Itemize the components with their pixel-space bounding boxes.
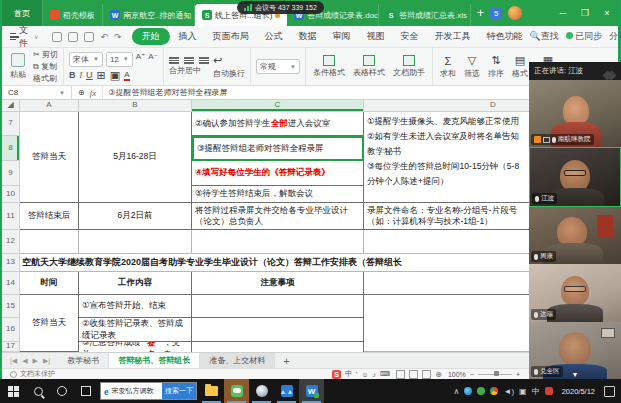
cell-a14-header-time[interactable]: 时间 xyxy=(20,272,79,295)
file-menu[interactable]: 文件 ∨ xyxy=(2,24,46,50)
share-button[interactable]: 分享 xyxy=(609,30,621,43)
row-header-15[interactable]: 15 xyxy=(2,295,20,318)
underline-button[interactable]: U xyxy=(86,70,93,80)
wechat-button[interactable] xyxy=(224,379,249,403)
ribbon-tab-insert[interactable]: 插入 xyxy=(172,28,204,45)
ime-mic-icon[interactable]: ♪ xyxy=(373,371,377,378)
align-center-button[interactable] xyxy=(184,57,194,64)
cell-d14[interactable] xyxy=(364,272,530,295)
file-explorer-button[interactable] xyxy=(199,379,224,403)
fill-color-button[interactable]: ▣ xyxy=(110,69,120,82)
new-tab-button[interactable]: + xyxy=(471,6,490,20)
video-tile-5[interactable]: 兑全区 ▼ xyxy=(529,322,621,379)
cell-d15[interactable] xyxy=(364,295,530,352)
cell-b16[interactable]: ②收集答辩记录表、答辩成绩记录表 xyxy=(79,318,192,342)
sogou-icon[interactable]: S xyxy=(332,370,341,379)
sync-status[interactable]: 已同步 xyxy=(566,30,603,43)
doc-tab-summary-xls[interactable]: S 答辩成绩汇总表.xls xyxy=(379,4,471,26)
name-box[interactable]: C8 ▼ xyxy=(2,86,72,99)
cell-a12[interactable] xyxy=(20,230,79,254)
cell-d7-merged[interactable]: ①提醒学生摄像头、麦克风能够正常使用 ②如有学生未进入会议室及时将名单告知教学秘… xyxy=(364,112,530,203)
cell-b14-header-work[interactable]: 工作内容 xyxy=(79,272,192,295)
align-right-button[interactable] xyxy=(199,57,209,64)
zoom-in-button[interactable]: + xyxy=(516,371,520,378)
ribbon-tab-home[interactable]: 开始 xyxy=(132,28,170,45)
zoom-level[interactable]: 100% xyxy=(448,371,466,378)
cell-c16[interactable] xyxy=(192,318,364,342)
doc-tab-home[interactable]: 首页 xyxy=(2,0,43,26)
tray-green-app-icon[interactable] xyxy=(477,387,485,395)
font-shrink-button[interactable]: A⁻ xyxy=(148,52,158,67)
conditional-format-button[interactable]: 条件格式 xyxy=(311,55,347,78)
merge-center-button[interactable]: 合并居中 xyxy=(169,65,209,76)
zoom-out-button[interactable]: − xyxy=(470,371,474,378)
font-color-button[interactable]: A xyxy=(124,70,129,81)
ribbon-tab-review[interactable]: 审阅 xyxy=(326,28,358,45)
ime-mode[interactable]: 中 xyxy=(345,369,352,379)
ribbon-tab-data[interactable]: 数据 xyxy=(292,28,324,45)
format-painter-button[interactable]: 格式刷 xyxy=(33,73,58,84)
font-name-select[interactable]: 宋体▼ xyxy=(69,52,103,67)
undo-icon[interactable]: ↶ xyxy=(100,32,108,42)
cell-c14-header-notes[interactable]: 注意事项 xyxy=(192,272,364,295)
ribbon-tab-view[interactable]: 视图 xyxy=(360,28,392,45)
add-sheet-button[interactable]: + xyxy=(275,353,297,368)
next-sheet-button[interactable]: ▶ xyxy=(33,357,38,365)
search-go-button[interactable]: 搜索一下 xyxy=(162,383,196,399)
cell-c11[interactable]: 将答辩过程录屏文件交给各专业毕业设计（论文）总负责人 xyxy=(192,203,364,230)
preview-icon[interactable] xyxy=(84,32,94,42)
cell-c9[interactable]: ④填写好每位学生的《答辩记录表》 xyxy=(192,161,364,186)
task-view-button[interactable] xyxy=(74,379,98,403)
user-avatar[interactable] xyxy=(508,6,522,20)
wrap-text-button[interactable]: 自动换行 xyxy=(213,68,245,79)
col-header-c[interactable]: C xyxy=(192,100,364,112)
ribbon-tab-security[interactable]: 安全 xyxy=(394,28,426,45)
row-header-14[interactable]: 14 xyxy=(2,272,20,295)
col-header-a[interactable]: A xyxy=(20,100,79,112)
scroll-more-icon[interactable]: ▼ xyxy=(572,371,579,378)
font-grow-button[interactable]: A⁺ xyxy=(136,52,146,67)
restore-button[interactable]: ❐ xyxy=(574,0,596,26)
borders-button[interactable]: ⊞ xyxy=(97,69,106,82)
find-button[interactable]: 🔍查找 xyxy=(530,30,559,43)
doc-assistant-button[interactable]: 文档助手 xyxy=(391,55,427,78)
wps-app-button[interactable]: W xyxy=(299,379,324,403)
table-style-button[interactable]: 表格样式 xyxy=(351,55,387,78)
network-icon[interactable]: ▣ xyxy=(519,387,527,396)
taskbar-news-search[interactable]: e 宋爱弘方调敦 搜索一下 xyxy=(100,382,197,400)
font-size-select[interactable]: 12▼ xyxy=(106,52,133,67)
row-header-17[interactable]: 17 xyxy=(2,342,20,352)
save-icon[interactable] xyxy=(52,32,62,42)
row-header-16[interactable]: 16 xyxy=(2,318,20,342)
volume-icon[interactable]: ◄) xyxy=(503,387,514,396)
ime-indicator[interactable]: 中 xyxy=(532,386,540,397)
zoom-slider[interactable] xyxy=(478,374,512,375)
last-sheet-button[interactable]: ▶| xyxy=(43,357,50,365)
cell-c15[interactable] xyxy=(192,295,364,318)
redo-icon[interactable]: ↷ xyxy=(114,32,122,42)
video-tile-4[interactable]: 达瑞 xyxy=(529,264,621,322)
number-format-select[interactable]: 常规▼ xyxy=(256,59,300,74)
tray-chrome-icon[interactable] xyxy=(490,387,498,395)
video-tile-speaker[interactable]: 江波 xyxy=(529,147,621,207)
tab-count-badge[interactable]: 5 xyxy=(490,8,502,19)
ime-keyboard-icon[interactable]: ⌨ xyxy=(380,370,390,378)
cell-d11[interactable]: 录屏文件命名：专业名称-分组号-片段号（如：计算机科学与技术-1组-1） xyxy=(364,203,530,230)
tray-sogou-icon[interactable] xyxy=(545,387,553,395)
sort-button[interactable]: ⇅ 排序 xyxy=(486,54,506,79)
ribbon-tab-devtools[interactable]: 开发工具 xyxy=(428,28,478,45)
cell-b12[interactable] xyxy=(79,230,192,254)
ime-emoji-icon[interactable]: ☺ xyxy=(361,371,368,378)
ribbon-tab-pagelayout[interactable]: 页面布局 xyxy=(206,28,256,45)
row-header-12[interactable]: 12 xyxy=(2,230,20,254)
tray-expand-chevron[interactable]: ∧ xyxy=(454,387,460,396)
video-tile-host[interactable]: 南航继教院 xyxy=(529,80,621,147)
row-header-7[interactable]: 7 xyxy=(2,112,20,136)
row-header-10[interactable]: 10 xyxy=(2,186,20,203)
insert-function-icon[interactable]: ⊕ xyxy=(78,88,85,97)
select-all-corner[interactable]: ◢ xyxy=(2,100,20,112)
cell-a15-merged[interactable]: 答辩当天 xyxy=(20,295,79,352)
fx-icon[interactable]: fx xyxy=(90,88,97,98)
sum-button[interactable]: Σ 求和 xyxy=(438,55,458,79)
meeting-info-pill[interactable]: 会议号 437 339 152 xyxy=(237,1,324,14)
